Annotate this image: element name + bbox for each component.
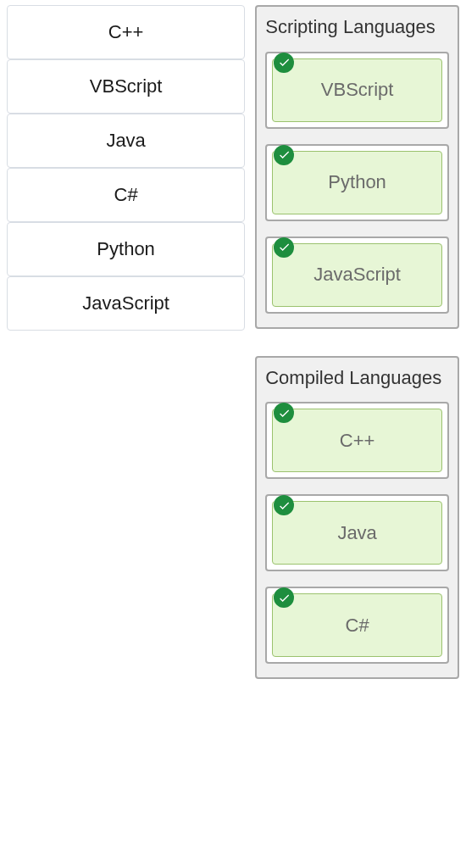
source-item-cpp[interactable]: C++ <box>7 5 245 59</box>
source-list: C++ VBScript Java C# Python JavaScript <box>7 5 245 679</box>
dropped-item-label: C# <box>346 615 369 637</box>
dropped-item-label: C++ <box>340 430 375 452</box>
source-item-label: VBScript <box>90 75 163 97</box>
dropped-wrapper[interactable]: C# <box>265 587 449 664</box>
drop-zone-compiled[interactable]: Compiled Languages C++ Java <box>255 356 459 680</box>
dropped-item-javascript[interactable]: JavaScript <box>272 243 442 307</box>
drop-zone-title: Compiled Languages <box>265 366 449 391</box>
source-item-java[interactable]: Java <box>7 114 245 168</box>
drop-zone-title: Scripting Languages <box>265 15 449 40</box>
drop-zone-scripting[interactable]: Scripting Languages VBScript Python <box>255 5 459 329</box>
dropped-wrapper[interactable]: Java <box>265 494 449 571</box>
dropped-wrapper[interactable]: JavaScript <box>265 236 449 314</box>
source-item-label: Java <box>106 130 145 152</box>
source-item-label: Python <box>97 238 155 260</box>
dropped-item-java[interactable]: Java <box>272 501 442 565</box>
drag-drop-container: C++ VBScript Java C# Python JavaScript S… <box>0 0 466 684</box>
source-item-vbscript[interactable]: VBScript <box>7 59 245 114</box>
dropped-wrapper[interactable]: Python <box>265 144 449 221</box>
source-item-csharp[interactable]: C# <box>7 168 245 222</box>
dropped-item-label: Java <box>337 522 376 544</box>
check-icon <box>274 237 294 258</box>
source-item-javascript[interactable]: JavaScript <box>7 276 245 331</box>
dropped-item-python[interactable]: Python <box>272 151 442 214</box>
dropped-wrapper[interactable]: VBScript <box>265 52 449 129</box>
dropped-item-label: VBScript <box>321 79 394 101</box>
dropped-item-label: JavaScript <box>313 264 401 286</box>
dropped-item-cpp[interactable]: C++ <box>272 409 442 472</box>
dropped-item-csharp[interactable]: C# <box>272 593 442 657</box>
source-item-label: C++ <box>108 21 144 43</box>
source-item-python[interactable]: Python <box>7 222 245 276</box>
source-item-label: C# <box>114 184 138 206</box>
source-item-label: JavaScript <box>82 292 169 314</box>
check-icon <box>274 145 294 165</box>
drop-zones: Scripting Languages VBScript Python <box>255 5 459 679</box>
check-icon <box>274 53 294 73</box>
dropped-wrapper[interactable]: C++ <box>265 402 449 479</box>
dropped-item-label: Python <box>328 171 386 193</box>
dropped-item-vbscript[interactable]: VBScript <box>272 58 442 122</box>
